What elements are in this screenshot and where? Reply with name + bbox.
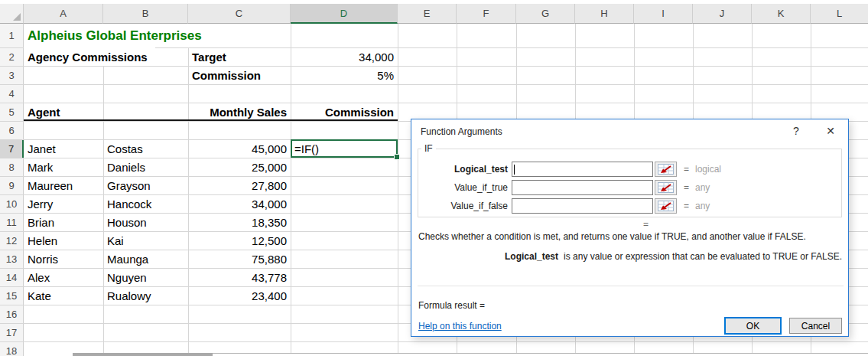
- cancel-button[interactable]: Cancel: [789, 318, 842, 334]
- cell-D2[interactable]: 34,000: [291, 47, 398, 66]
- cell-C15[interactable]: 23,400: [188, 286, 291, 305]
- cell-B14[interactable]: Nguyen: [103, 268, 188, 286]
- range-selector-icon[interactable]: [655, 162, 677, 177]
- function-description: Checks whether a condition is met, and r…: [418, 231, 844, 242]
- cell-B8[interactable]: Daniels: [103, 158, 188, 176]
- cell-B12[interactable]: Kai: [103, 231, 188, 250]
- cell-A12[interactable]: Helen: [24, 231, 103, 250]
- text-caret: [514, 165, 515, 175]
- column-header-K[interactable]: K: [752, 4, 811, 24]
- select-all-corner[interactable]: [0, 4, 24, 24]
- cell-D3[interactable]: 5%: [291, 66, 398, 84]
- cell-A1[interactable]: Alpheius Global Enterprises: [24, 24, 210, 47]
- cell-A11[interactable]: Brian: [24, 213, 103, 231]
- ok-button[interactable]: OK: [724, 317, 782, 335]
- argument-row-value-if-true: Value_if_true = any: [418, 180, 841, 195]
- cell-C3[interactable]: Commission: [188, 66, 291, 84]
- row-header-17[interactable]: 17: [0, 323, 24, 341]
- cell-A15[interactable]: Kate: [24, 286, 103, 305]
- range-selector-icon[interactable]: [655, 198, 677, 214]
- cell-B13[interactable]: Maunga: [103, 250, 188, 268]
- column-header-J[interactable]: J: [693, 4, 752, 24]
- row-header-1[interactable]: 1: [0, 24, 24, 47]
- cell-C8[interactable]: 25,000: [188, 158, 291, 176]
- cell-C7[interactable]: 45,000: [188, 139, 291, 158]
- cell-C12[interactable]: 12,500: [188, 231, 291, 250]
- cell-A7[interactable]: Janet: [24, 139, 103, 158]
- row-header-6[interactable]: 6: [0, 121, 24, 139]
- column-header-G[interactable]: G: [516, 4, 575, 24]
- cell-B9[interactable]: Grayson: [103, 176, 188, 194]
- row-header-18[interactable]: 18: [0, 341, 24, 356]
- cell-B11[interactable]: Houson: [103, 213, 188, 231]
- row-header-3[interactable]: 3: [0, 66, 24, 84]
- argument-description: Logical_testis any value or expression t…: [505, 251, 845, 262]
- row-header-5[interactable]: 5: [0, 103, 24, 121]
- cell-B10[interactable]: Hancock: [103, 194, 188, 213]
- column-header-D[interactable]: D: [291, 4, 398, 24]
- dialog-help-button[interactable]: ?: [785, 122, 808, 139]
- cell-C9[interactable]: 27,800: [188, 176, 291, 194]
- cell-A14[interactable]: Alex: [24, 268, 103, 286]
- logical-test-type: logical: [695, 164, 721, 175]
- row-header-9[interactable]: 9: [0, 176, 24, 194]
- argument-help-text: is any value or expression that can be e…: [564, 251, 842, 262]
- logical-test-input[interactable]: [512, 162, 653, 177]
- range-selector-icon[interactable]: [655, 180, 677, 195]
- argument-row-value-if-false: Value_if_false = any: [418, 198, 841, 214]
- cell-C2[interactable]: Target: [188, 47, 291, 66]
- cell-A10[interactable]: Jerry: [24, 194, 103, 213]
- dialog-title: Function Arguments: [421, 126, 502, 137]
- dialog-close-button[interactable]: ✕: [818, 122, 843, 139]
- function-name-label: IF: [421, 143, 436, 154]
- gridline-horizontal: [0, 103, 868, 103]
- cell-A2[interactable]: Agency Commissions: [24, 47, 155, 66]
- cell-C10[interactable]: 34,000: [188, 194, 291, 213]
- column-header-F[interactable]: F: [457, 4, 516, 24]
- cell-A5[interactable]: Agent: [24, 103, 103, 121]
- row-header-4[interactable]: 4: [0, 84, 24, 103]
- column-header-A[interactable]: A: [24, 4, 103, 24]
- cell-B15[interactable]: Rualowy: [103, 286, 188, 305]
- cell-C13[interactable]: 75,880: [188, 250, 291, 268]
- cell-C14[interactable]: 43,778: [188, 268, 291, 286]
- column-header-H[interactable]: H: [575, 4, 634, 24]
- cell-A9[interactable]: Maureen: [24, 176, 103, 194]
- row-header-13[interactable]: 13: [0, 250, 24, 268]
- value-if-true-input[interactable]: [512, 180, 653, 195]
- gridline-vertical: [398, 24, 398, 353]
- row-header-11[interactable]: 11: [0, 213, 24, 231]
- row-header-16[interactable]: 16: [0, 305, 24, 323]
- column-header-L[interactable]: L: [811, 4, 868, 24]
- row-header-2[interactable]: 2: [0, 47, 24, 66]
- column-header-E[interactable]: E: [398, 4, 457, 24]
- row-header-8[interactable]: 8: [0, 158, 24, 176]
- cell-A8[interactable]: Mark: [24, 158, 103, 176]
- function-group-box: IF Logical_test = logical Value_if_true: [418, 149, 842, 217]
- equals-sign: =: [684, 182, 689, 193]
- row-header-14[interactable]: 14: [0, 268, 24, 286]
- argument-row-logical-test: Logical_test = logical: [418, 162, 841, 177]
- gridline-horizontal: [0, 66, 868, 67]
- cell-A13[interactable]: Norris: [24, 250, 103, 268]
- logical-test-label: Logical_test: [418, 164, 508, 175]
- equals-sign: =: [684, 164, 689, 175]
- gridline-horizontal: [0, 341, 868, 342]
- fill-handle[interactable]: [395, 155, 399, 159]
- cell-B7[interactable]: Costas: [103, 139, 188, 158]
- column-header-B[interactable]: B: [103, 4, 188, 24]
- row-header-15[interactable]: 15: [0, 286, 24, 305]
- value-if-true-label: Value_if_true: [418, 182, 508, 193]
- dialog-separator: [418, 286, 844, 286]
- column-header-I[interactable]: I: [634, 4, 693, 24]
- cell-D5[interactable]: Commission: [291, 103, 398, 121]
- help-on-function-link[interactable]: Help on this function: [418, 321, 502, 332]
- row-header-12[interactable]: 12: [0, 231, 24, 250]
- value-if-false-input[interactable]: [512, 198, 653, 214]
- cell-C11[interactable]: 18,350: [188, 213, 291, 231]
- row-header-7[interactable]: 7: [0, 139, 24, 158]
- formula-result-label: Formula result =: [418, 300, 485, 311]
- cell-C5[interactable]: Monthly Sales: [188, 103, 291, 121]
- column-header-C[interactable]: C: [188, 4, 291, 24]
- row-header-10[interactable]: 10: [0, 194, 24, 213]
